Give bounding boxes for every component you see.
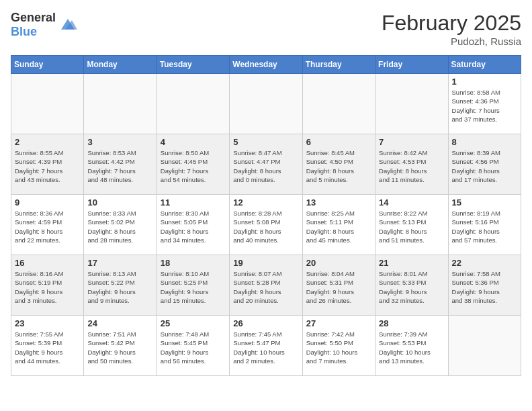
day-info: Sunrise: 8:45 AM Sunset: 4:50 PM Dayligh… — [306, 148, 371, 184]
day-info: Sunrise: 8:04 AM Sunset: 5:31 PM Dayligh… — [306, 269, 371, 305]
day-info: Sunrise: 8:10 AM Sunset: 5:25 PM Dayligh… — [161, 269, 226, 305]
calendar-day-cell: 3Sunrise: 8:53 AM Sunset: 4:42 PM Daylig… — [84, 134, 157, 195]
weekday-header-saturday: Saturday — [448, 56, 521, 74]
weekday-header-sunday: Sunday — [11, 56, 84, 74]
calendar-day-cell: 26Sunrise: 7:45 AM Sunset: 5:47 PM Dayli… — [230, 316, 302, 376]
calendar-day-cell: 10Sunrise: 8:33 AM Sunset: 5:02 PM Dayli… — [84, 195, 157, 255]
day-info: Sunrise: 8:13 AM Sunset: 5:22 PM Dayligh… — [87, 269, 152, 305]
calendar-day-cell: 4Sunrise: 8:50 AM Sunset: 4:45 PM Daylig… — [157, 134, 229, 195]
calendar-day-cell: 6Sunrise: 8:45 AM Sunset: 4:50 PM Daylig… — [302, 134, 375, 195]
calendar-day-cell: 25Sunrise: 7:48 AM Sunset: 5:45 PM Dayli… — [157, 316, 229, 376]
calendar-day-cell — [230, 74, 302, 134]
day-info: Sunrise: 7:58 AM Sunset: 5:36 PM Dayligh… — [452, 269, 517, 305]
calendar-week-row: 16Sunrise: 8:16 AM Sunset: 5:19 PM Dayli… — [11, 255, 521, 316]
calendar-day-cell: 28Sunrise: 7:39 AM Sunset: 5:53 PM Dayli… — [375, 316, 448, 376]
calendar-day-cell: 24Sunrise: 7:51 AM Sunset: 5:42 PM Dayli… — [84, 316, 157, 376]
calendar-week-row: 2Sunrise: 8:55 AM Sunset: 4:39 PM Daylig… — [11, 134, 521, 195]
calendar-day-cell: 12Sunrise: 8:28 AM Sunset: 5:08 PM Dayli… — [230, 195, 302, 255]
day-info: Sunrise: 7:48 AM Sunset: 5:45 PM Dayligh… — [161, 330, 226, 365]
day-number: 20 — [306, 258, 371, 268]
day-info: Sunrise: 8:30 AM Sunset: 5:05 PM Dayligh… — [161, 209, 226, 244]
calendar-day-cell: 27Sunrise: 7:42 AM Sunset: 5:50 PM Dayli… — [302, 316, 375, 376]
day-info: Sunrise: 8:28 AM Sunset: 5:08 PM Dayligh… — [233, 209, 298, 244]
day-number: 9 — [15, 197, 80, 208]
calendar-day-cell — [84, 74, 157, 134]
calendar-day-cell: 21Sunrise: 8:01 AM Sunset: 5:33 PM Dayli… — [375, 255, 448, 316]
day-info: Sunrise: 7:42 AM Sunset: 5:50 PM Dayligh… — [306, 330, 371, 365]
day-number: 8 — [452, 137, 517, 147]
day-info: Sunrise: 8:42 AM Sunset: 4:53 PM Dayligh… — [379, 148, 444, 184]
calendar-day-cell — [375, 74, 448, 134]
calendar-day-cell: 19Sunrise: 8:07 AM Sunset: 5:28 PM Dayli… — [230, 255, 302, 316]
calendar-day-cell: 5Sunrise: 8:47 AM Sunset: 4:47 PM Daylig… — [230, 134, 302, 195]
calendar-day-cell: 1Sunrise: 8:58 AM Sunset: 4:36 PM Daylig… — [448, 74, 521, 134]
weekday-header-thursday: Thursday — [302, 56, 375, 74]
calendar-week-row: 9Sunrise: 8:36 AM Sunset: 4:59 PM Daylig… — [11, 195, 521, 255]
day-number: 25 — [161, 318, 226, 328]
day-info: Sunrise: 7:51 AM Sunset: 5:42 PM Dayligh… — [87, 330, 152, 365]
day-info: Sunrise: 8:25 AM Sunset: 5:11 PM Dayligh… — [306, 209, 371, 244]
calendar-day-cell: 17Sunrise: 8:13 AM Sunset: 5:22 PM Dayli… — [84, 255, 157, 316]
day-number: 17 — [87, 258, 152, 268]
logo-icon — [58, 17, 77, 32]
calendar-day-cell: 16Sunrise: 8:16 AM Sunset: 5:19 PM Dayli… — [11, 255, 84, 316]
day-number: 16 — [15, 258, 80, 268]
calendar-day-cell — [11, 74, 84, 134]
weekday-header-friday: Friday — [375, 56, 448, 74]
day-info: Sunrise: 8:01 AM Sunset: 5:33 PM Dayligh… — [379, 269, 444, 305]
day-info: Sunrise: 8:47 AM Sunset: 4:47 PM Dayligh… — [233, 148, 298, 184]
day-number: 10 — [87, 197, 152, 208]
day-info: Sunrise: 8:33 AM Sunset: 5:02 PM Dayligh… — [87, 209, 152, 244]
day-number: 27 — [306, 318, 371, 328]
logo-text: General Blue — [11, 11, 56, 39]
calendar-day-cell: 14Sunrise: 8:22 AM Sunset: 5:13 PM Dayli… — [375, 195, 448, 255]
day-number: 12 — [233, 197, 298, 208]
weekday-header-tuesday: Tuesday — [157, 56, 229, 74]
day-info: Sunrise: 8:39 AM Sunset: 4:56 PM Dayligh… — [452, 148, 517, 184]
day-number: 4 — [161, 137, 226, 147]
day-number: 28 — [379, 318, 444, 328]
day-info: Sunrise: 8:07 AM Sunset: 5:28 PM Dayligh… — [233, 269, 298, 305]
day-number: 26 — [233, 318, 298, 328]
day-number: 22 — [452, 258, 517, 268]
calendar-day-cell: 22Sunrise: 7:58 AM Sunset: 5:36 PM Dayli… — [448, 255, 521, 316]
day-number: 3 — [87, 137, 152, 147]
day-info: Sunrise: 7:39 AM Sunset: 5:53 PM Dayligh… — [379, 330, 444, 365]
weekday-header-wednesday: Wednesday — [230, 56, 302, 74]
day-info: Sunrise: 7:55 AM Sunset: 5:39 PM Dayligh… — [15, 330, 80, 365]
weekday-header-monday: Monday — [84, 56, 157, 74]
calendar-day-cell: 9Sunrise: 8:36 AM Sunset: 4:59 PM Daylig… — [11, 195, 84, 255]
day-number: 15 — [452, 197, 517, 208]
weekday-header-row: SundayMondayTuesdayWednesdayThursdayFrid… — [11, 56, 521, 74]
calendar-day-cell: 2Sunrise: 8:55 AM Sunset: 4:39 PM Daylig… — [11, 134, 84, 195]
location-title: Pudozh, Russia — [382, 36, 521, 47]
day-info: Sunrise: 8:22 AM Sunset: 5:13 PM Dayligh… — [379, 209, 444, 244]
day-info: Sunrise: 7:45 AM Sunset: 5:47 PM Dayligh… — [233, 330, 298, 365]
day-number: 14 — [379, 197, 444, 208]
day-number: 2 — [15, 137, 80, 147]
day-number: 7 — [379, 137, 444, 147]
day-number: 13 — [306, 197, 371, 208]
day-number: 24 — [87, 318, 152, 328]
calendar-day-cell: 13Sunrise: 8:25 AM Sunset: 5:11 PM Dayli… — [302, 195, 375, 255]
calendar-week-row: 23Sunrise: 7:55 AM Sunset: 5:39 PM Dayli… — [11, 316, 521, 376]
calendar-day-cell: 20Sunrise: 8:04 AM Sunset: 5:31 PM Dayli… — [302, 255, 375, 316]
day-number: 1 — [452, 77, 517, 87]
day-number: 5 — [233, 137, 298, 147]
day-info: Sunrise: 8:53 AM Sunset: 4:42 PM Dayligh… — [87, 148, 152, 184]
calendar-day-cell: 23Sunrise: 7:55 AM Sunset: 5:39 PM Dayli… — [11, 316, 84, 376]
day-number: 19 — [233, 258, 298, 268]
logo: General Blue — [11, 11, 77, 39]
day-info: Sunrise: 8:36 AM Sunset: 4:59 PM Dayligh… — [15, 209, 80, 244]
month-title: February 2025 — [382, 11, 521, 36]
calendar-day-cell — [302, 74, 375, 134]
day-number: 21 — [379, 258, 444, 268]
day-number: 23 — [15, 318, 80, 328]
day-number: 11 — [161, 197, 226, 208]
calendar-week-row: 1Sunrise: 8:58 AM Sunset: 4:36 PM Daylig… — [11, 74, 521, 134]
day-info: Sunrise: 8:16 AM Sunset: 5:19 PM Dayligh… — [15, 269, 80, 305]
calendar-day-cell: 7Sunrise: 8:42 AM Sunset: 4:53 PM Daylig… — [375, 134, 448, 195]
title-block: February 2025 Pudozh, Russia — [382, 11, 521, 47]
calendar-day-cell: 11Sunrise: 8:30 AM Sunset: 5:05 PM Dayli… — [157, 195, 229, 255]
day-info: Sunrise: 8:50 AM Sunset: 4:45 PM Dayligh… — [161, 148, 226, 184]
